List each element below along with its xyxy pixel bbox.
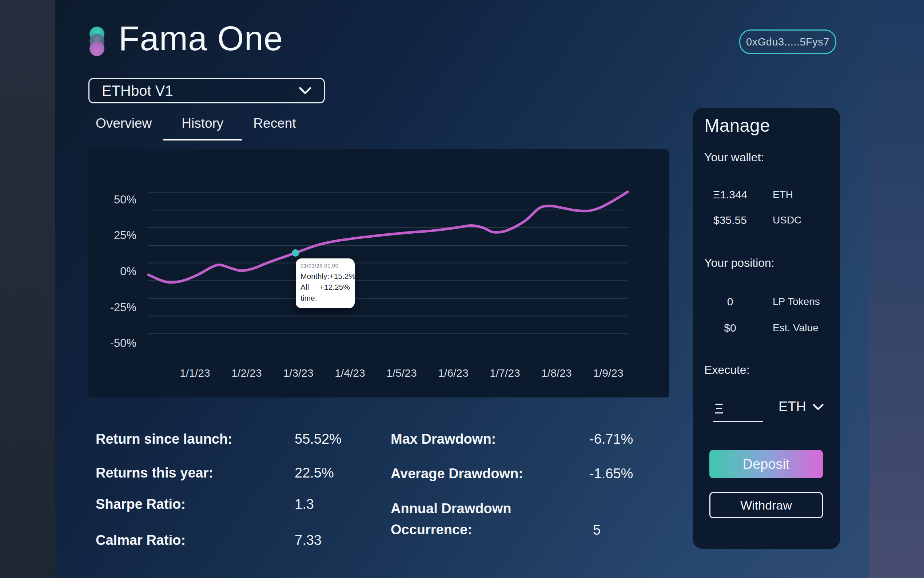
wallet-row-eth: Ξ1.344 ETH xyxy=(693,188,840,201)
position-row-value: $0 Est. Value xyxy=(693,322,840,334)
wallet-eth-amount: Ξ1.344 xyxy=(703,188,757,201)
chevron-down-icon xyxy=(299,87,311,94)
deposit-button[interactable]: Deposit xyxy=(709,450,823,478)
chevron-down-icon xyxy=(813,404,824,410)
wallet-usdc-amount: $35.55 xyxy=(703,214,757,226)
tab-recent[interactable]: Recent xyxy=(253,116,296,141)
background-left-band xyxy=(0,0,55,578)
svg-text:1/8/23: 1/8/23 xyxy=(541,367,571,379)
manage-panel: Manage Your wallet: Ξ1.344 ETH $35.55 US… xyxy=(693,108,840,549)
logo-circle-purple-icon xyxy=(89,41,104,56)
returns-chart-card: 50%25%0%-25%-50%1/1/231/2/231/3/231/4/23… xyxy=(88,149,669,398)
withdraw-button[interactable]: Withdraw xyxy=(709,492,823,518)
execute-token-value: ETH xyxy=(778,399,806,414)
position-lp-amount: 0 xyxy=(703,295,757,308)
wallet-usdc-token: USDC xyxy=(773,214,801,226)
execute-heading: Execute: xyxy=(704,363,750,377)
background-right-band xyxy=(869,0,924,578)
svg-text:1/1/23: 1/1/23 xyxy=(180,367,210,379)
strategy-select[interactable]: ETHbot V1 xyxy=(88,78,325,103)
execute-amount-input[interactable] xyxy=(713,401,763,422)
position-lp-token: LP Tokens xyxy=(773,296,820,308)
svg-text:-25%: -25% xyxy=(110,301,136,314)
tab-bar: Overview History Recent xyxy=(95,116,296,141)
tooltip-alltime-label: All time: xyxy=(301,282,320,304)
tooltip-monthly-value: +15.2% xyxy=(329,271,355,282)
stat-returns-this-year-label: Returns this year: xyxy=(95,463,213,483)
stat-average-drawdown-value: -1.65% xyxy=(589,463,633,484)
your-position-heading: Your position: xyxy=(704,256,775,270)
your-wallet-heading: Your wallet: xyxy=(704,151,764,164)
stat-sharpe-ratio-label: Sharpe Ratio: xyxy=(95,494,186,514)
manage-title: Manage xyxy=(704,115,770,136)
stat-return-since-launch-label: Return since launch: xyxy=(95,429,233,449)
tooltip-alltime-value: +12.25% xyxy=(320,282,350,304)
stat-annual-drawdown-value: 5 xyxy=(593,520,600,540)
stat-calmar-ratio-label: Calmar Ratio: xyxy=(95,530,186,550)
svg-text:50%: 50% xyxy=(114,193,136,206)
tooltip-monthly-label: Monthly: xyxy=(301,271,329,282)
position-est-token: Est. Value xyxy=(773,322,819,334)
stat-average-drawdown-label: Average Drawdown: xyxy=(391,463,523,484)
stat-annual-drawdown-label: Annual Drawdown Occurrence: xyxy=(391,498,551,540)
svg-text:1/9/23: 1/9/23 xyxy=(593,367,623,379)
svg-text:1/6/23: 1/6/23 xyxy=(438,367,468,379)
svg-text:25%: 25% xyxy=(114,229,136,242)
tooltip-timestamp: 01/01/23 01:00 xyxy=(301,262,350,269)
app-title: Fama One xyxy=(118,19,283,58)
stat-max-drawdown-label: Max Drawdown: xyxy=(391,429,496,449)
returns-line-chart[interactable]: 50%25%0%-25%-50%1/1/231/2/231/3/231/4/23… xyxy=(88,149,669,398)
svg-text:1/2/23: 1/2/23 xyxy=(231,367,262,379)
wallet-row-usdc: $35.55 USDC xyxy=(693,214,840,226)
wallet-address-badge[interactable]: 0xGdu3.....5Fys7 xyxy=(739,29,836,54)
svg-text:1/4/23: 1/4/23 xyxy=(335,367,365,379)
svg-text:0%: 0% xyxy=(120,265,136,278)
stat-returns-this-year-value: 22.5% xyxy=(295,463,334,483)
stat-sharpe-ratio-value: 1.3 xyxy=(295,494,314,514)
position-row-lp: 0 LP Tokens xyxy=(693,295,840,308)
chart-tooltip: 01/01/23 01:00 Monthly: +15.2% All time:… xyxy=(296,258,355,308)
tab-overview[interactable]: Overview xyxy=(95,116,152,141)
svg-text:1/5/23: 1/5/23 xyxy=(386,367,416,379)
tab-history[interactable]: History xyxy=(181,116,223,141)
execute-token-dropdown[interactable]: ETH xyxy=(778,399,824,414)
stat-return-since-launch-value: 55.52% xyxy=(295,429,341,449)
stat-max-drawdown-value: -6.71% xyxy=(589,429,633,449)
strategy-select-value: ETHbot V1 xyxy=(102,83,173,99)
position-est-amount: $0 xyxy=(703,322,757,334)
wallet-eth-token: ETH xyxy=(773,189,793,201)
svg-text:-50%: -50% xyxy=(110,337,136,349)
app-logo-icon xyxy=(89,27,104,56)
svg-text:1/7/23: 1/7/23 xyxy=(490,367,520,379)
returns-line xyxy=(149,192,628,282)
svg-text:1/3/23: 1/3/23 xyxy=(283,367,313,379)
hovered-datapoint-marker xyxy=(292,249,299,257)
stat-calmar-ratio-value: 7.33 xyxy=(295,530,322,550)
